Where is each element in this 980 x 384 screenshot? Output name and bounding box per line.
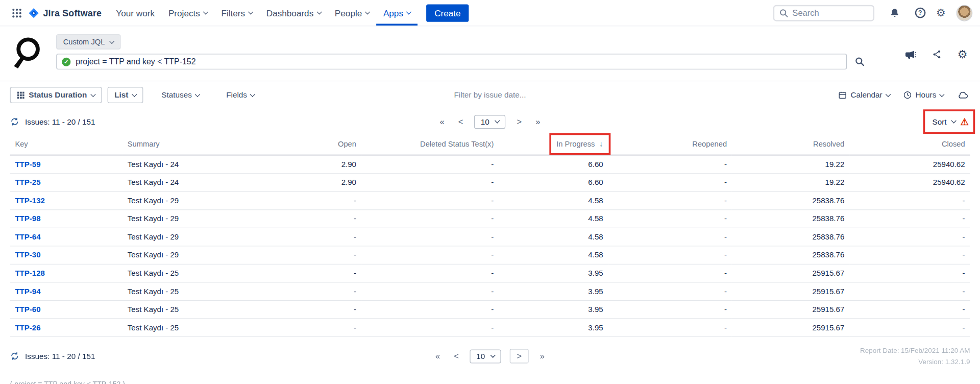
hours-dropdown[interactable]: Hours <box>902 87 945 102</box>
jql-search-button[interactable] <box>855 57 864 66</box>
duration-cell: 4.58 <box>499 228 608 246</box>
view-mode-button[interactable]: List <box>108 87 143 103</box>
summary-cell: Test Kaydı - 25 <box>122 319 329 337</box>
key-cell: TTP-94 <box>10 282 122 301</box>
duration-cell: - <box>329 191 361 210</box>
duration-cell: 19.22 <box>732 155 849 174</box>
issue-key-link[interactable]: TTP-132 <box>15 196 45 205</box>
page-size-select[interactable]: 10 <box>474 115 505 129</box>
table-row: TTP-98Test Kaydı - 29--4.58-25838.76- <box>10 210 970 228</box>
duration-cell: 25838.76 <box>732 246 849 265</box>
notifications-icon[interactable] <box>885 8 904 18</box>
nav-projects[interactable]: Projects <box>161 0 214 26</box>
issue-key-link[interactable]: TTP-128 <box>15 269 45 278</box>
share-icon[interactable] <box>932 50 942 60</box>
col-header-in-progress[interactable]: In Progress↓ <box>499 133 608 155</box>
nav-apps[interactable]: Apps <box>376 0 418 26</box>
prev-page-button[interactable]: < <box>451 350 461 362</box>
first-page-button[interactable]: « <box>437 116 447 128</box>
issue-key-link[interactable]: TTP-98 <box>15 214 40 223</box>
issue-key-link[interactable]: TTP-59 <box>15 160 40 169</box>
statuses-dropdown[interactable]: Statuses <box>156 87 204 102</box>
announcement-icon[interactable] <box>904 49 916 60</box>
issue-key-link[interactable]: TTP-26 <box>15 323 40 332</box>
duration-cell: - <box>329 264 361 282</box>
user-avatar[interactable] <box>956 5 972 21</box>
table-row: TTP-128Test Kaydı - 25--3.95-25915.67- <box>10 264 970 282</box>
duration-cell: 2.90 <box>329 174 361 192</box>
report-settings-gear-icon[interactable]: ⚙ <box>958 49 968 60</box>
global-search[interactable] <box>773 5 874 21</box>
col-header-closed[interactable]: Closed <box>849 133 970 155</box>
duration-cell: - <box>361 191 499 210</box>
col-header-in-progress-label: In Progress <box>556 139 595 148</box>
duration-cell: - <box>608 210 731 228</box>
col-header-summary[interactable]: Summary <box>122 133 329 155</box>
issue-key-link[interactable]: TTP-30 <box>15 251 40 259</box>
next-page-button[interactable]: > <box>514 116 524 128</box>
issue-date-filter-input[interactable] <box>431 91 550 100</box>
create-button[interactable]: Create <box>426 4 469 21</box>
col-header-key[interactable]: Key <box>10 133 122 155</box>
duration-cell: - <box>608 174 731 192</box>
col-header-deleted-status-test[interactable]: Deleted Status Test(x) <box>361 133 499 155</box>
jql-input[interactable] <box>76 57 841 66</box>
duration-cell: - <box>608 319 731 337</box>
help-icon[interactable]: ? <box>915 8 925 18</box>
duration-cell: - <box>849 246 970 265</box>
jql-valid-check-icon: ✓ <box>62 57 70 66</box>
issues-count-label: Issues: 11 - 20 / 151 <box>25 117 95 126</box>
duration-cell: 25915.67 <box>732 319 849 337</box>
nav-people[interactable]: People <box>328 0 376 26</box>
nav-dashboards[interactable]: Dashboards <box>259 0 328 26</box>
nav-filters[interactable]: Filters <box>214 0 259 26</box>
col-header-resolved[interactable]: Resolved <box>732 133 849 155</box>
issue-key-link[interactable]: TTP-60 <box>15 305 40 314</box>
duration-cell: - <box>361 319 499 337</box>
first-page-button[interactable]: « <box>433 350 443 362</box>
col-header-reopened[interactable]: Reopened <box>608 133 731 155</box>
global-search-input[interactable] <box>792 8 862 17</box>
issue-key-link[interactable]: TTP-64 <box>15 233 40 242</box>
app-switcher-icon[interactable] <box>8 0 27 26</box>
issue-key-link[interactable]: TTP-25 <box>15 178 40 187</box>
summary-cell: Test Kaydı - 29 <box>122 246 329 265</box>
query-mode-dropdown[interactable]: Custom JQL <box>56 34 120 49</box>
duration-cell: 4.58 <box>499 246 608 265</box>
prev-page-button[interactable]: < <box>456 116 465 128</box>
chevron-down-icon <box>316 9 322 14</box>
jql-input-field[interactable]: ✓ <box>56 54 847 69</box>
duration-cell: - <box>361 282 499 301</box>
refresh-icon[interactable] <box>10 351 19 361</box>
duration-cell: 6.60 <box>499 174 608 192</box>
duration-cell: - <box>849 282 970 301</box>
last-page-button[interactable]: » <box>533 116 543 128</box>
duration-cell: - <box>608 246 731 265</box>
key-cell: TTP-64 <box>10 228 122 246</box>
table-row: TTP-25Test Kaydı - 242.90-6.60-19.222594… <box>10 174 970 192</box>
issue-key-link[interactable]: TTP-94 <box>15 287 40 296</box>
duration-cell: 4.58 <box>499 191 608 210</box>
key-cell: TTP-25 <box>10 174 122 192</box>
sort-control[interactable]: Sort ⚠ <box>931 117 970 126</box>
next-page-button[interactable]: > <box>510 349 529 363</box>
nav-your-work[interactable]: Your work <box>109 0 162 26</box>
fields-dropdown[interactable]: Fields <box>221 87 259 102</box>
calendar-icon <box>838 91 847 100</box>
issues-count-bottom: Issues: 11 - 20 / 151 <box>10 351 95 361</box>
page-size-select[interactable]: 10 <box>470 349 501 363</box>
hours-label: Hours <box>915 91 936 100</box>
report-type-label: Status Duration <box>29 91 87 100</box>
last-page-button[interactable]: » <box>537 350 547 362</box>
export-icon[interactable] <box>955 87 970 102</box>
jira-logo[interactable]: Jira Software <box>26 0 109 26</box>
settings-gear-icon[interactable]: ⚙ <box>936 8 946 18</box>
calendar-dropdown[interactable]: Calendar <box>837 87 891 102</box>
nav-item-label: People <box>335 8 362 18</box>
report-type-button[interactable]: Status Duration <box>10 87 102 103</box>
clock-icon <box>903 91 912 100</box>
chevron-down-icon <box>250 91 255 97</box>
refresh-icon[interactable] <box>10 117 19 126</box>
duration-cell: - <box>849 210 970 228</box>
col-header-open[interactable]: Open <box>329 133 361 155</box>
